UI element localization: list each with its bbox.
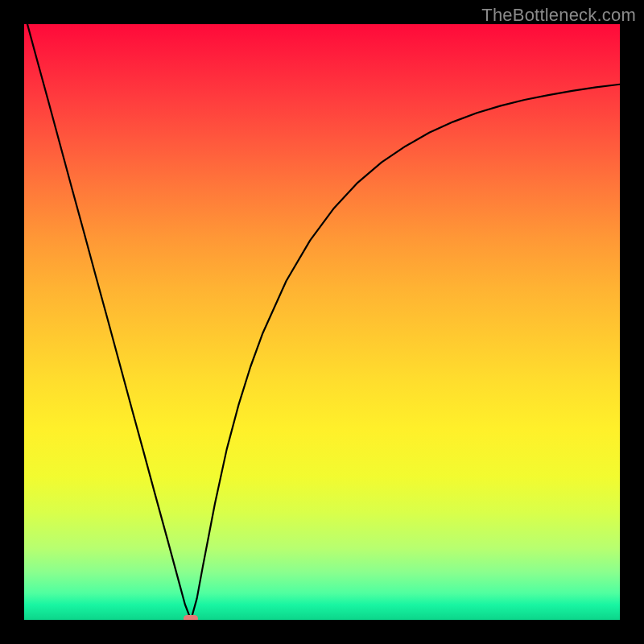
- watermark-text: TheBottleneck.com: [481, 5, 636, 26]
- chart-frame: TheBottleneck.com: [0, 0, 644, 644]
- bottleneck-curve: [24, 24, 620, 620]
- optimal-marker: [184, 615, 198, 620]
- plot-area: [24, 24, 620, 620]
